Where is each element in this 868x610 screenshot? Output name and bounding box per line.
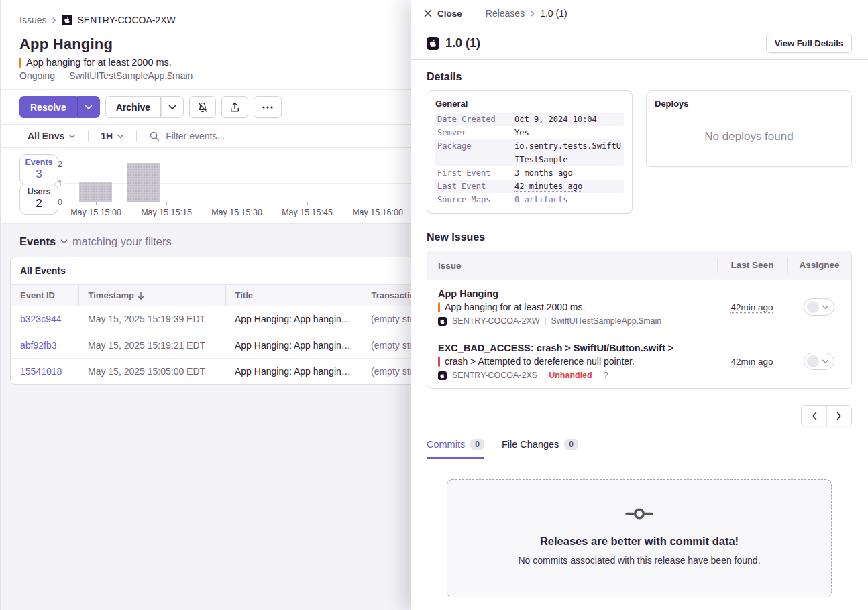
resolve-button[interactable]: Resolve — [19, 96, 77, 118]
ellipsis-icon — [262, 106, 273, 109]
issue-title-link[interactable]: EXC_BAD_ACCESS: crash > SwiftUI/Button.s… — [438, 343, 706, 353]
apple-platform-icon — [62, 15, 72, 25]
next-page-button[interactable] — [826, 406, 851, 426]
source-maps-link[interactable]: 0 artifacts — [514, 193, 622, 206]
chevron-down-icon — [168, 105, 176, 110]
event-id-link[interactable]: abf92fb3 — [11, 332, 78, 359]
chevron-down-icon — [68, 134, 76, 139]
chart-bar[interactable] — [127, 163, 160, 202]
new-issues-table: Issue Last Seen Assignee App Hanging App… — [427, 251, 852, 389]
issue-message: App hanging for at least 2000 ms. — [26, 57, 172, 68]
environment-filter-label: All Envs — [28, 131, 64, 141]
file-changes-count-badge: 0 — [564, 439, 578, 450]
archive-button[interactable]: Archive — [105, 96, 161, 118]
assignee-dropdown[interactable] — [804, 298, 834, 316]
tab-commits[interactable]: Commits 0 — [427, 439, 484, 459]
event-id-link[interactable]: b323c944 — [11, 306, 78, 332]
new-issues-pagination — [427, 405, 852, 426]
issue-culprit: SwiftUITestSampleApp.$main — [69, 70, 193, 81]
general-row: Last Event 42 minutes ago — [435, 180, 624, 193]
chevron-right-icon — [836, 412, 842, 420]
resolve-dropdown-button[interactable] — [77, 96, 100, 118]
divider — [88, 131, 89, 141]
bell-slash-icon — [197, 101, 209, 113]
help-icon[interactable]: ? — [604, 371, 608, 380]
avatar — [807, 355, 819, 367]
new-issues-table-header: Issue Last Seen Assignee — [427, 251, 851, 280]
mute-button[interactable] — [189, 96, 216, 118]
time-range-label: 1H — [101, 131, 113, 141]
breadcrumb-issues-link[interactable]: Issues — [19, 15, 46, 25]
empty-state-title: Releases are better with commit data! — [461, 535, 818, 548]
general-row: Date Created Oct 9, 2024 10:04 — [435, 113, 624, 126]
commit-icon — [625, 507, 653, 521]
archive-dropdown-button[interactable] — [161, 96, 184, 118]
column-last-seen: Last Seen — [717, 258, 787, 273]
breadcrumb-project-id: SENTRY-COCOA-2XW — [77, 15, 175, 25]
empty-state-message: No commits associated with this release … — [461, 555, 818, 566]
chevron-down-icon — [85, 105, 93, 110]
issue-title-link[interactable]: App Hanging — [438, 288, 706, 299]
column-title[interactable]: Title — [225, 285, 362, 306]
deploys-card-title: Deploys — [655, 99, 843, 109]
x-axis-tick: May 15 16:00 — [343, 208, 413, 217]
issue-culprit: SwiftUITestSampleApp.$main — [551, 316, 662, 326]
time-range-filter[interactable]: 1H — [101, 131, 124, 141]
apple-platform-icon — [427, 37, 439, 50]
x-axis-tick: May 15 15:45 — [272, 208, 342, 217]
view-full-details-button[interactable]: View Full Details — [766, 34, 852, 53]
general-row: Semver Yes — [435, 126, 624, 139]
new-issue-row[interactable]: App Hanging App hanging for at least 200… — [427, 280, 851, 334]
divider — [62, 71, 62, 80]
avatar — [807, 301, 819, 313]
issue-substatus: Ongoing — [19, 70, 55, 81]
share-button[interactable] — [221, 96, 248, 118]
x-axis-tick: May 15 15:15 — [131, 208, 201, 217]
last-event-relative-time: 42 minutes ago — [514, 180, 582, 193]
general-card-title: General — [435, 99, 624, 109]
breadcrumb-release-version: 1.0 (1) — [540, 8, 567, 19]
release-tabs: Commits 0 File Changes 0 — [427, 439, 852, 459]
chart-bar[interactable] — [79, 182, 112, 202]
divider — [136, 131, 137, 141]
last-seen-time[interactable]: 42min ago — [730, 357, 773, 367]
drawer-breadcrumb: Releases 1.0 (1) — [486, 8, 567, 19]
previous-page-button[interactable] — [802, 406, 826, 426]
chevron-right-icon — [530, 10, 535, 17]
event-id-link[interactable]: 15541018 — [11, 359, 78, 385]
more-actions-button[interactable] — [254, 96, 282, 118]
y-axis-tick: 2 — [48, 160, 62, 169]
search-icon — [149, 131, 160, 141]
column-event-id[interactable]: Event ID — [11, 285, 78, 306]
commits-empty-state: Releases are better with commit data! No… — [447, 479, 832, 597]
column-timestamp[interactable]: Timestamp — [78, 285, 225, 306]
release-details-drawer: Close Releases 1.0 (1) 1.0 (1) View Full… — [411, 0, 868, 610]
close-drawer-button[interactable]: Close — [424, 9, 462, 19]
general-row: First Event 3 months ago — [435, 166, 624, 180]
divider — [543, 371, 543, 379]
release-title: 1.0 (1) — [445, 36, 760, 50]
divider — [545, 317, 546, 325]
y-axis-tick: 1 — [48, 179, 62, 188]
upload-icon — [229, 101, 241, 113]
breadcrumb-releases-link[interactable]: Releases — [486, 8, 525, 19]
issue-level-indicator — [19, 58, 21, 68]
tab-file-changes[interactable]: File Changes 0 — [502, 439, 578, 459]
assignee-dropdown[interactable] — [804, 353, 834, 370]
chevron-down-icon — [117, 134, 124, 139]
environment-filter[interactable]: All Envs — [28, 131, 76, 141]
close-icon — [424, 9, 432, 17]
events-heading-dropdown[interactable]: Events — [19, 235, 56, 248]
event-timestamp: May 15, 2025 15:19:21 EDT — [78, 332, 225, 359]
commits-count-badge: 0 — [470, 439, 484, 450]
issue-short-id: SENTRY-COCOA-2XS — [452, 371, 537, 380]
new-issue-row[interactable]: EXC_BAD_ACCESS: crash > SwiftUI/Button.s… — [427, 334, 851, 388]
sort-desc-icon — [138, 292, 144, 300]
deploys-card: Deploys No deploys found — [646, 90, 852, 167]
event-title: App Hanging: App hangin… — [225, 306, 362, 332]
events-heading-suffix: matching your filters — [72, 235, 172, 248]
no-deploys-message: No deploys found — [647, 130, 851, 143]
divider — [598, 371, 598, 379]
last-seen-time[interactable]: 42min ago — [730, 302, 773, 312]
chevron-down-icon — [822, 305, 829, 310]
